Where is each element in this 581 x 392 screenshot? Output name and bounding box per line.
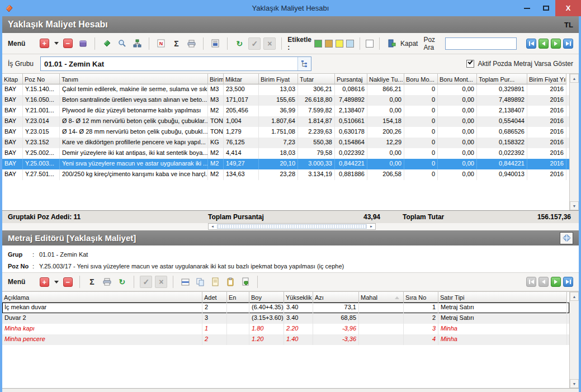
scroll-down-button[interactable]: ▼ bbox=[570, 379, 579, 388]
poz-ara-input[interactable] bbox=[445, 37, 517, 50]
cell: 155,65 bbox=[259, 95, 298, 106]
column-header[interactable]: Nakliye Tu... bbox=[367, 74, 404, 84]
column-header[interactable]: Yükseklik bbox=[284, 292, 313, 303]
check-icon: ✓ bbox=[251, 39, 258, 48]
scroll-up-button[interactable]: ▲ bbox=[570, 292, 579, 301]
column-header[interactable]: Poz No bbox=[23, 74, 60, 84]
insert-row-button[interactable] bbox=[179, 276, 191, 288]
refresh-button[interactable]: ↻ bbox=[233, 37, 245, 50]
column-header[interactable]: Mahal bbox=[359, 292, 404, 303]
table-row[interactable]: BAYY.23.014Ø 8- Ø 12 mm nervürlü beton ç… bbox=[2, 116, 569, 127]
column-header[interactable]: Birim bbox=[208, 74, 224, 84]
remove-row-button[interactable]: − bbox=[62, 37, 74, 50]
column-header[interactable]: En bbox=[227, 292, 249, 303]
column-header[interactable]: Adet bbox=[202, 292, 227, 303]
scroll-left-button[interactable]: ◄ bbox=[209, 224, 216, 229]
next-record-button[interactable] bbox=[551, 39, 561, 49]
close-button[interactable]: X bbox=[555, 0, 581, 16]
tag-blue-button[interactable] bbox=[346, 40, 354, 48]
cell: 18,03 bbox=[259, 148, 298, 159]
cut-page-button[interactable] bbox=[209, 276, 221, 288]
cancel-button[interactable]: × bbox=[263, 37, 276, 50]
scroll-down-button[interactable]: ▼ bbox=[570, 201, 579, 210]
metraj-menu-button[interactable]: Menü bbox=[8, 278, 25, 286]
metraj-refresh-button[interactable]: ↻ bbox=[116, 276, 128, 288]
tag-green-button[interactable] bbox=[314, 40, 322, 48]
report-button[interactable] bbox=[209, 37, 221, 50]
metraj-last-record-button[interactable] bbox=[563, 277, 573, 287]
table-row[interactable]: İç mekan duvar2(6.40+4.35)3.4073,11Metra… bbox=[2, 303, 569, 313]
column-header[interactable]: Boru Mo... bbox=[404, 74, 438, 84]
column-header[interactable]: Toplam Pur... bbox=[477, 74, 527, 84]
notes-button[interactable]: N bbox=[155, 37, 167, 50]
add-row-button[interactable]: + bbox=[38, 37, 50, 50]
print-button[interactable] bbox=[185, 37, 197, 50]
column-header[interactable]: Boy bbox=[249, 292, 284, 303]
kapat-label[interactable]: Kapat bbox=[400, 40, 418, 48]
metraj-confirm-button[interactable]: ✓ bbox=[140, 276, 152, 288]
menu-button[interactable]: Menü bbox=[8, 40, 25, 48]
toplam-pursantaj-label: Toplam Pursantaj bbox=[208, 213, 264, 221]
tag-orange-button[interactable] bbox=[325, 40, 333, 48]
metraj-cancel-button[interactable]: × bbox=[155, 276, 167, 288]
column-header[interactable]: Açıklama bbox=[2, 292, 202, 303]
confirm-button[interactable]: ✓ bbox=[248, 37, 261, 50]
table-row[interactable]: BAYY.23.015Ø 14- Ø 28 mm nervürlü beton … bbox=[2, 127, 569, 138]
column-header[interactable]: Kitap bbox=[2, 74, 23, 84]
metraj-add-caret[interactable] bbox=[54, 281, 59, 284]
last-record-button[interactable] bbox=[563, 39, 573, 49]
column-header[interactable]: Boru Mont... bbox=[438, 74, 477, 84]
column-header[interactable]: Pursantaj bbox=[335, 74, 367, 84]
book-button[interactable] bbox=[101, 37, 113, 50]
prev-record-button[interactable] bbox=[539, 39, 549, 49]
column-header[interactable]: Tutar bbox=[298, 74, 335, 84]
metraj-prev-record-button[interactable] bbox=[539, 277, 549, 287]
notebook-purple-button[interactable] bbox=[77, 37, 89, 50]
table-row[interactable]: BAYY.25.003...Yeni sıva yüzeylere macun … bbox=[2, 159, 569, 169]
kapat-button[interactable] bbox=[385, 37, 398, 50]
column-header[interactable]: Azı bbox=[313, 292, 359, 303]
group-tree-button[interactable] bbox=[297, 57, 311, 70]
column-header[interactable]: Satır Tipi bbox=[438, 292, 567, 303]
first-record-button[interactable] bbox=[526, 39, 536, 49]
column-header[interactable]: Miktar bbox=[224, 74, 259, 84]
column-header[interactable]: Sıra No bbox=[404, 292, 438, 303]
add-dropdown-caret[interactable] bbox=[54, 42, 59, 45]
table-row[interactable]: Minha pencere21.201.40-3,364Minha bbox=[2, 334, 569, 345]
table-row[interactable]: Duvar 23(3.15+3.60)3.4068,852Metraj Satı… bbox=[2, 313, 569, 324]
hscroll-thumb[interactable] bbox=[217, 224, 367, 229]
scroll-right-button[interactable]: ► bbox=[367, 224, 375, 229]
scroll-up-button[interactable]: ▲ bbox=[570, 74, 579, 83]
hierarchy-button[interactable] bbox=[131, 37, 143, 50]
maximize-button[interactable] bbox=[536, 0, 555, 16]
aktif-pozda-checkbox[interactable] bbox=[466, 60, 474, 68]
metraj-add-button[interactable]: + bbox=[38, 276, 50, 288]
column-header[interactable]: Birim Fiyat bbox=[259, 74, 298, 84]
search-button[interactable] bbox=[116, 37, 128, 50]
metraj-sum-button[interactable]: Σ bbox=[86, 276, 98, 288]
table-row[interactable]: BAYY.23.152Kare ve dikdörtgen profillerl… bbox=[2, 138, 569, 148]
copy-button[interactable] bbox=[194, 276, 206, 288]
sum-button[interactable]: Σ bbox=[170, 37, 182, 50]
table-row[interactable]: BAYY.21.001...Plywood ile düz yüzeyli be… bbox=[2, 106, 569, 116]
table-row[interactable]: BAYY.27.501...200/250 kg kireç/çimento k… bbox=[2, 169, 569, 180]
metraj-first-record-button[interactable] bbox=[526, 277, 536, 287]
table-row[interactable]: Minha kapı11.802.20-3,963Minha bbox=[2, 324, 569, 334]
table-row[interactable]: BAYY.25.002...Demir yüzeylere iki kat an… bbox=[2, 148, 569, 159]
cell: Ø 8- Ø 12 mm nervürlü beton çelik çubuğu… bbox=[60, 116, 208, 127]
metraj-detach-button[interactable] bbox=[560, 232, 573, 244]
minimize-button[interactable] bbox=[517, 0, 536, 16]
column-header[interactable]: Tanım bbox=[60, 74, 208, 84]
column-header[interactable]: Birim Fiyat Yılı bbox=[527, 74, 566, 84]
tag-yellow-button[interactable] bbox=[336, 40, 343, 48]
table-row[interactable]: BAYY.15.140...Çakıl temin edilerek, maki… bbox=[2, 84, 569, 95]
metraj-remove-button[interactable]: − bbox=[62, 276, 74, 288]
metraj-print-button[interactable] bbox=[101, 276, 113, 288]
metraj-next-record-button[interactable] bbox=[551, 277, 561, 287]
paste-button[interactable] bbox=[239, 276, 252, 288]
clipboard-button[interactable] bbox=[224, 276, 237, 288]
table-row[interactable]: BAYY.16.050...Beton santralinde üretilen… bbox=[2, 95, 569, 106]
is-grubu-combo[interactable]: 01.01 - Zemin Kat bbox=[40, 56, 311, 71]
tag-clear-button[interactable] bbox=[366, 40, 374, 48]
aktif-pozda-checkbox-wrap[interactable]: Aktif Pozda Metraj Varsa Göster bbox=[466, 60, 573, 68]
